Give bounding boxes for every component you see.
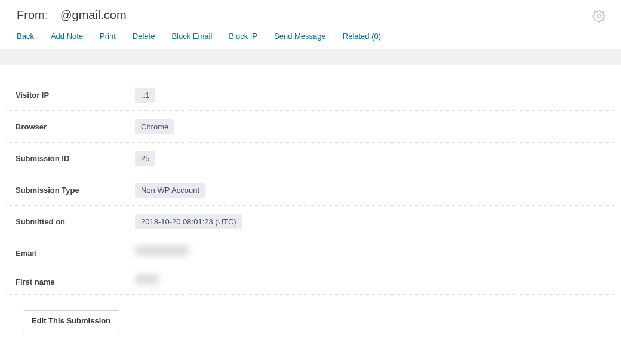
value-submitted-on: 2018-10-20 08:01:23 (UTC) (135, 214, 614, 229)
first-name-blurred (135, 274, 159, 284)
page-title: From:@gmail.com (17, 8, 604, 22)
value-email (135, 246, 614, 257)
value-visitor-ip: ::1 (135, 88, 614, 103)
label-submission-id: Submission ID (16, 151, 135, 163)
row-submission-id: Submission ID 25 (7, 143, 614, 174)
row-visitor-ip: Visitor IP ::1 (7, 79, 614, 111)
svg-point-0 (597, 14, 601, 18)
row-first-name: First name (7, 266, 614, 295)
email-prefix-blurred (45, 11, 62, 21)
row-submitted-on: Submitted on 2018-10-20 08:01:23 (UTC) (7, 206, 614, 237)
value-submission-id: 25 (135, 151, 614, 166)
row-browser: Browser Chrome (7, 111, 614, 143)
related-link[interactable]: Related (0) (343, 32, 381, 41)
chip-submitted-on: 2018-10-20 08:01:23 (UTC) (135, 214, 242, 229)
edit-button-wrap: Edit This Submission (0, 300, 621, 331)
label-submission-type: Submission Type (16, 183, 135, 195)
back-link[interactable]: Back (17, 32, 34, 41)
details-panel: Visitor IP ::1 Browser Chrome Submission… (0, 65, 621, 300)
from-label: From: (17, 8, 48, 21)
label-email: Email (16, 246, 135, 258)
chip-submission-type: Non WP Account (135, 183, 205, 198)
chip-browser: Chrome (135, 119, 174, 134)
print-link[interactable]: Print (100, 32, 116, 41)
row-submission-type: Submission Type Non WP Account (7, 174, 614, 206)
header: From:@gmail.com (0, 0, 621, 22)
block-email-link[interactable]: Block Email (171, 32, 212, 41)
value-first-name (135, 274, 614, 286)
gear-icon[interactable] (592, 10, 607, 24)
email-blurred (135, 246, 189, 255)
separator-strip (0, 49, 621, 65)
delete-link[interactable]: Delete (133, 32, 155, 41)
value-submission-type: Non WP Account (135, 183, 614, 198)
block-ip-link[interactable]: Block IP (229, 32, 257, 41)
email-suffix: @gmail.com (60, 8, 126, 21)
label-browser: Browser (16, 119, 135, 131)
chip-submission-id: 25 (135, 151, 155, 166)
edit-submission-button[interactable]: Edit This Submission (23, 310, 119, 331)
label-visitor-ip: Visitor IP (16, 88, 135, 100)
label-submitted-on: Submitted on (16, 214, 135, 226)
send-message-link[interactable]: Send Message (274, 32, 326, 41)
value-browser: Chrome (135, 119, 614, 134)
row-email: Email (7, 237, 614, 266)
add-note-link[interactable]: Add Note (51, 32, 83, 41)
chip-visitor-ip: ::1 (135, 88, 155, 103)
label-first-name: First name (16, 274, 135, 286)
action-bar: Back Add Note Print Delete Block Email B… (0, 22, 621, 49)
